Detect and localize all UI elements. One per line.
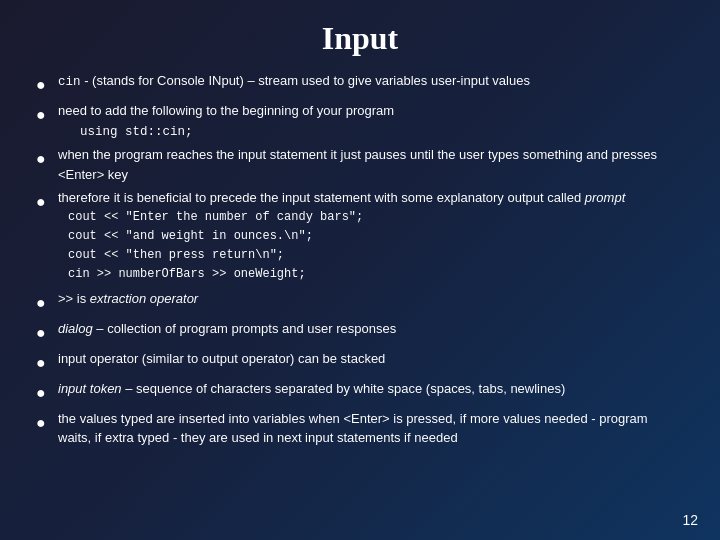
extraction-operator-italic: extraction operator xyxy=(90,291,198,306)
content-area: ● cin - (stands for Console INput) – str… xyxy=(36,71,684,520)
bullet-dot-7: ● xyxy=(36,351,50,375)
bullet-item-6: ● dialog – collection of program prompts… xyxy=(36,319,684,345)
bullet-text-3: when the program reaches the input state… xyxy=(58,145,684,184)
dialog-italic: dialog xyxy=(58,321,93,336)
bullet-item-3: ● when the program reaches the input sta… xyxy=(36,145,684,184)
bullet-text-9: the values typed are inserted into varia… xyxy=(58,409,684,448)
bullet-text-8: input token – sequence of characters sep… xyxy=(58,379,684,399)
code-block-prompt: cout << "Enter the number of candy bars"… xyxy=(68,208,684,285)
bullet-item-2: ● need to add the following to the begin… xyxy=(36,101,684,141)
bullet-dot-6: ● xyxy=(36,321,50,345)
bullet-text-1: cin - (stands for Console INput) – strea… xyxy=(58,71,684,92)
code-line-1: cout << "Enter the number of candy bars"… xyxy=(68,208,684,227)
bullet-dot-9: ● xyxy=(36,411,50,435)
bullet-text-7: input operator (similar to output operat… xyxy=(58,349,684,369)
bullet-item-9: ● the values typed are inserted into var… xyxy=(36,409,684,448)
bullet-dot-3: ● xyxy=(36,147,50,171)
bullet-text-4: therefore it is beneficial to precede th… xyxy=(58,188,684,284)
bullet-item-5: ● >> is extraction operator xyxy=(36,289,684,315)
bullet-text-6: dialog – collection of program prompts a… xyxy=(58,319,684,339)
bullet-dot-4: ● xyxy=(36,190,50,214)
bullet-item-4: ● therefore it is beneficial to precede … xyxy=(36,188,684,284)
bullet-dot-5: ● xyxy=(36,291,50,315)
using-std-code: using std::cin; xyxy=(80,125,193,139)
bullet-text-2: need to add the following to the beginni… xyxy=(58,101,684,141)
code-line-4: cin >> numberOfBars >> oneWeight; xyxy=(68,265,684,284)
bullet-item-7: ● input operator (similar to output oper… xyxy=(36,349,684,375)
code-line-2: cout << "and weight in ounces.\n"; xyxy=(68,227,684,246)
slide-title: Input xyxy=(36,20,684,57)
bullet-dot-8: ● xyxy=(36,381,50,405)
slide: Input ● cin - (stands for Console INput)… xyxy=(0,0,720,540)
cin-code: cin xyxy=(58,75,81,89)
prompt-italic: prompt xyxy=(585,190,625,205)
page-number: 12 xyxy=(682,512,698,528)
bullet-text-5: >> is extraction operator xyxy=(58,289,684,309)
bullet-item-1: ● cin - (stands for Console INput) – str… xyxy=(36,71,684,97)
bullet-dot-1: ● xyxy=(36,73,50,97)
input-token-italic: input token xyxy=(58,381,122,396)
bullet-dot-2: ● xyxy=(36,103,50,127)
bullet-item-8: ● input token – sequence of characters s… xyxy=(36,379,684,405)
code-line-3: cout << "then press return\n"; xyxy=(68,246,684,265)
